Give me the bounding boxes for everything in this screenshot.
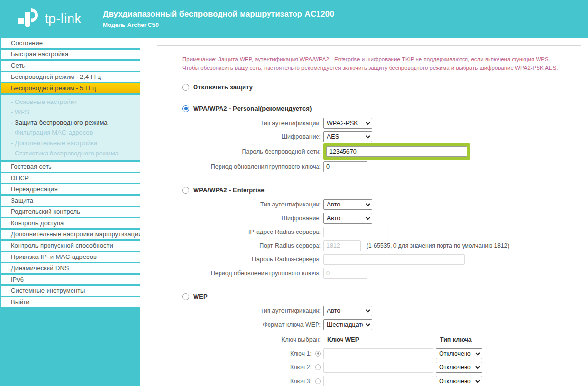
header-banner: tp-link Двухдиапазонный беспроводной мар… <box>0 0 588 38</box>
personal-key-period-input[interactable] <box>323 161 368 172</box>
wep-auth-type-select[interactable]: Авто <box>323 306 372 316</box>
sidebar-submenu-wireless-5: - Основные настройки - WPS - Защита бесп… <box>1 95 146 160</box>
wep-key2-type-select[interactable]: Отключено <box>436 362 482 373</box>
sidebar-item-network[interactable]: Сеть <box>1 61 146 71</box>
sidebar-item-advanced-routing[interactable]: Дополнительные настройки маршрутизации <box>1 230 146 239</box>
sidebar-item-wireless-5[interactable]: Беспроводной режим - 5 ГГц <box>1 83 148 93</box>
password-highlight-frame <box>323 143 470 160</box>
wep-key1-input[interactable] <box>323 348 433 359</box>
radius-password-label: Пароль Radius-сервера: <box>157 256 323 263</box>
sidebar-subitem-wireless-statistics[interactable]: - Статистика беспроводного режима <box>11 148 146 158</box>
radio-disable-security[interactable] <box>182 84 189 91</box>
radius-password-input[interactable] <box>323 254 465 265</box>
main-content: Примечание: Защита WEP, аутентификация W… <box>140 38 588 386</box>
security-note: Примечание: Защита WEP, аутентификация W… <box>182 55 581 72</box>
enterprise-encryption-label: Шифрование: <box>157 215 323 222</box>
page-title: Двухдиапазонный беспроводной маршрутизат… <box>103 9 334 19</box>
wep-key-format-select[interactable]: Шестнадцатеричный <box>323 319 372 330</box>
model-subtitle: Модель Archer C50 <box>103 22 334 28</box>
sidebar-item-parental-control[interactable]: Родительский контроль <box>1 207 146 217</box>
enterprise-auth-type-label: Тип аутентификации: <box>157 201 323 208</box>
note-line-2: Чтобы обезопасить вашу сеть, настоятельн… <box>182 64 581 72</box>
sidebar-item-dynamic-dns[interactable]: Динамический DNS <box>1 263 146 273</box>
enterprise-encryption-select[interactable]: Авто <box>323 213 372 224</box>
radio-wep-key3[interactable] <box>315 378 321 384</box>
radius-ip-input[interactable] <box>323 227 388 237</box>
sidebar-subitem-wireless-security[interactable]: - Защита беспроводного режима <box>11 117 146 128</box>
sidebar-item-status[interactable]: Состояние <box>1 38 146 48</box>
top-divider <box>157 45 581 46</box>
sidebar-item-bandwidth-control[interactable]: Контроль пропускной способности <box>1 241 146 251</box>
wep-key-column-header: Ключ WEP <box>327 336 440 343</box>
personal-encryption-select[interactable]: AES <box>323 131 372 142</box>
radius-port-hint: (1-65535, 0 для значения порта по умолча… <box>367 242 509 249</box>
wep-key3-label: Ключ 3: <box>290 378 312 385</box>
radio-wep-key2[interactable] <box>315 364 321 370</box>
radio-wpa-enterprise[interactable] <box>182 187 189 194</box>
disable-security-label: Отключить защиту <box>193 83 253 91</box>
sidebar-subitem-wps[interactable]: - WPS <box>11 107 146 117</box>
wpa-personal-label: WPA/WPA2 - Personal(рекомендуется) <box>193 105 312 112</box>
wep-key-selected-label: Ключ выбран: <box>157 336 323 343</box>
wep-auth-type-label: Тип аутентификации: <box>157 308 323 314</box>
wep-key1-label: Ключ 1: <box>290 350 312 357</box>
enterprise-auth-type-select[interactable]: Авто <box>323 199 372 210</box>
sidebar-subitem-mac-filtering[interactable]: - Фильтрация MAC-адресов <box>11 128 146 138</box>
sidebar-item-forwarding[interactable]: Переадресация <box>1 184 146 194</box>
sidebar-menu: Состояние Быстрая настройка Сеть Беспров… <box>0 38 140 386</box>
sidebar-item-ip-mac-binding[interactable]: Привязка IP- и MAC-адресов <box>1 252 146 262</box>
enterprise-key-period-input[interactable] <box>323 268 368 279</box>
wep-key1-type-select[interactable]: Отключено <box>436 348 482 359</box>
personal-auth-type-label: Тип аутентификации: <box>157 120 323 127</box>
brand-name: tp-link <box>45 11 82 26</box>
radio-wep-key1[interactable] <box>315 351 321 357</box>
personal-auth-type-select[interactable]: WPA2-PSK <box>323 118 372 129</box>
sidebar-item-access-control[interactable]: Контроль доступа <box>1 218 146 228</box>
enterprise-key-period-label: Период обновления группового ключа: <box>157 270 323 277</box>
sidebar-subitem-advanced-settings[interactable]: - Дополнительные настройки <box>11 138 146 148</box>
sidebar-item-dhcp[interactable]: DHCP <box>1 173 146 183</box>
sidebar-item-system-tools[interactable]: Системные инструменты <box>1 286 146 296</box>
radius-port-input[interactable] <box>323 240 361 251</box>
wep-label: WEP <box>193 293 208 300</box>
personal-password-label: Пароль беспроводной сети: <box>157 148 323 155</box>
note-line-1: Примечание: Защита WEP, аутентификация W… <box>182 55 581 64</box>
radio-wep[interactable] <box>182 293 189 300</box>
radius-port-label: Порт Radius-сервера: <box>157 242 323 249</box>
personal-encryption-label: Шифрование: <box>157 133 323 140</box>
wep-key3-input[interactable] <box>323 376 433 386</box>
tp-link-logo-icon <box>17 6 40 31</box>
tp-link-logo: tp-link <box>17 6 82 31</box>
sidebar-item-quick-setup[interactable]: Быстрая настройка <box>1 50 146 59</box>
wep-key2-input[interactable] <box>323 362 433 373</box>
personal-key-period-label: Период обновления группового ключа: <box>157 163 323 170</box>
sidebar-item-guest-network[interactable]: Гостевая сеть <box>1 162 146 172</box>
radius-ip-label: IP-адрес Radius-сервера: <box>157 229 323 235</box>
sidebar-item-security[interactable]: Защита <box>1 196 146 206</box>
wep-key-format-label: Формат ключа WEP: <box>157 321 323 328</box>
wep-key2-label: Ключ 2: <box>290 364 312 371</box>
wep-key3-type-select[interactable]: Отключено <box>436 376 482 386</box>
sidebar-item-ipv6[interactable]: IPv6 <box>1 275 146 284</box>
radio-wpa-personal[interactable] <box>182 105 189 112</box>
sidebar-subitem-basic-settings[interactable]: - Основные настройки <box>11 97 146 107</box>
wep-key-type-column-header: Тип ключа <box>440 336 472 343</box>
wireless-password-input[interactable] <box>326 146 467 157</box>
sidebar-item-logout[interactable]: Выйти <box>1 297 146 307</box>
wpa-enterprise-label: WPA/WPA2 - Enterprise <box>193 186 264 194</box>
sidebar-item-wireless-24[interactable]: Беспроводной режим - 2,4 ГГц <box>1 72 146 82</box>
